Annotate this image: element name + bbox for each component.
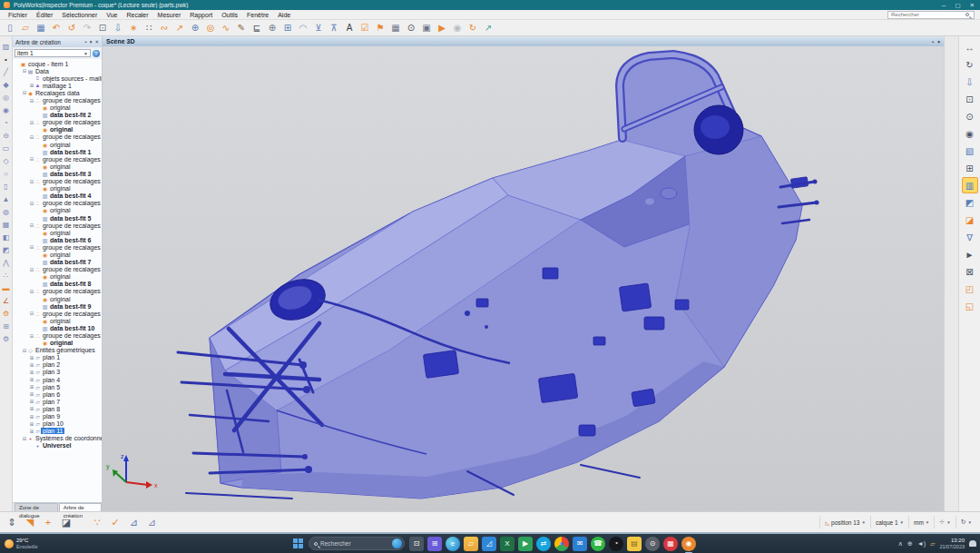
tree-item-label[interactable]: Recalages data	[34, 90, 82, 96]
tree-row[interactable]: ⊞ ▱ plan 7	[13, 398, 102, 405]
panel-close-icon[interactable]: ✕	[94, 39, 99, 44]
circle-tool-icon[interactable]: ◎	[1, 91, 12, 103]
polyworks-metrology-icon[interactable]: ▦	[663, 537, 678, 551]
tree-row[interactable]: ▥ data best-fit 3	[13, 170, 102, 177]
command-search-input[interactable]	[891, 12, 965, 17]
tree-row[interactable]: ⊞ ▱ plan 5	[13, 383, 102, 390]
tree-item-label[interactable]: groupe de recalages 4	[41, 156, 102, 163]
sticky-notes-icon[interactable]: ▤	[627, 537, 642, 551]
vscode-icon[interactable]: ◿	[482, 537, 496, 551]
tree-item-label[interactable]: original	[48, 207, 73, 213]
color-map-remove-icon[interactable]: ◩	[962, 194, 978, 211]
tab-creation-tree[interactable]: Arbre de création	[59, 503, 102, 511]
plane-tool-icon[interactable]: ◆	[1, 78, 12, 90]
tree-row[interactable]: ◉ original	[13, 229, 102, 236]
tree-row[interactable]: ⊟ + Systèmes de coordonnées	[13, 435, 102, 442]
text-label-icon[interactable]: A	[342, 21, 357, 35]
tree-row[interactable]: ⊟ ∴ groupe de recalages 7	[13, 222, 102, 229]
tree-item-label[interactable]: data best-fit 8	[48, 281, 93, 287]
undo-view-icon[interactable]: ↺	[64, 21, 79, 35]
taskbar-search[interactable]: Rechercher	[309, 537, 405, 550]
tree-item-label[interactable]: data best-fit 5	[48, 215, 93, 222]
teamviewer-icon[interactable]: ⇄	[536, 537, 551, 551]
tree-item-label[interactable]: original	[48, 296, 73, 302]
tree-row[interactable]: ⊟ ∴ groupe de recalages 8	[13, 243, 102, 251]
tree-item-label[interactable]: data best-fit 10	[48, 325, 96, 331]
tree-row[interactable]: ▥ data best-fit 6	[13, 236, 102, 243]
store-icon[interactable]: ⊞	[427, 537, 442, 551]
notification-bell-icon[interactable]	[969, 540, 976, 547]
tab-dialog-zone[interactable]: Zone de dialogue	[15, 503, 58, 511]
tree-row[interactable]: ⊞ ▱ plan 11	[13, 428, 102, 435]
gear-box-icon[interactable]: ⊞	[1, 320, 12, 331]
tree-item-label[interactable]: Systèmes de coordonnées	[34, 435, 102, 441]
tree-item-label[interactable]: groupe de recalages 7	[41, 222, 102, 229]
tree-row[interactable]: ⊟ ∴ groupe de recalages 9	[13, 266, 102, 273]
tree-row[interactable]: ▥ data best-fit 7	[13, 259, 102, 266]
translate-view-icon[interactable]: ↔	[962, 39, 978, 55]
angle-tool-icon[interactable]: ∠	[1, 294, 12, 306]
flag-icon[interactable]: ⚑	[373, 21, 387, 35]
item-filter-dropdown[interactable]: item 1 ▼	[15, 49, 91, 57]
menu-item[interactable]: Éditer	[32, 12, 57, 18]
viewport-pin-icon[interactable]: ▪	[932, 39, 934, 44]
tree-item-label[interactable]: data best-fit 7	[48, 259, 93, 265]
redo-icon[interactable]: ↷	[80, 21, 94, 35]
play-icon[interactable]: ▶	[518, 537, 533, 551]
checklist-icon[interactable]: ☑	[358, 21, 372, 35]
update-report-icon[interactable]: ↻	[466, 21, 480, 35]
tree-row[interactable]: ▥ data best-fit 10	[13, 324, 102, 331]
import-icon[interactable]: ⇩	[111, 21, 125, 35]
align-sequence-alt-icon[interactable]: ⊿	[143, 514, 160, 530]
cylinder-tool-icon[interactable]: ▯	[1, 180, 12, 192]
tree-row[interactable]: ⊟ ∴ groupe de recalages 10	[13, 288, 102, 295]
tree-item-label[interactable]: data best-fit 4	[48, 193, 93, 199]
tree-item-label[interactable]: maillage 1	[41, 83, 74, 89]
play-macro-icon[interactable]: ▶	[435, 21, 449, 35]
tree-row[interactable]: ⊟ ▤ Data	[13, 67, 102, 74]
disc-align-icon[interactable]: ◎	[203, 21, 218, 35]
tree-item-label[interactable]: groupe de recalages 6	[41, 200, 102, 206]
tree-item-label[interactable]: original	[48, 142, 73, 148]
polygon-tool-icon[interactable]: ◇	[1, 154, 12, 166]
minimize-button[interactable]: ─	[942, 2, 946, 9]
tree-row[interactable]: ⊞ ▱ plan 1	[13, 354, 102, 361]
menu-item[interactable]: Outils	[217, 12, 242, 18]
press-view-icon[interactable]: ⇩	[962, 74, 978, 90]
rotate-view-icon[interactable]: ↻	[962, 56, 978, 73]
tree-item-label[interactable]: original	[48, 126, 74, 133]
menu-item[interactable]: Fenêtre	[242, 12, 273, 18]
chrome-icon[interactable]: ●	[554, 537, 569, 551]
position-dropdown[interactable]: ◺ position 13 ▼	[819, 516, 870, 528]
tree-row[interactable]: ▥ data best-fit 8	[13, 281, 102, 288]
select-compare-icon[interactable]: ⊑	[250, 21, 264, 35]
speaker-icon[interactable]: ◄)	[917, 540, 926, 547]
tree-item-label[interactable]: data best-fit 1	[48, 149, 93, 155]
new-file-icon[interactable]: ▯	[3, 21, 17, 35]
close-button[interactable]: ✕	[970, 2, 975, 9]
tree-item-label[interactable]: groupe de recalages 8	[41, 244, 102, 251]
tree-row[interactable]: ⊟ ∴ groupe de recalages 1	[13, 96, 102, 104]
tree-item-label[interactable]: plan 11	[41, 428, 64, 434]
slot-tool-icon[interactable]: ⊖	[1, 129, 12, 141]
probe-point-alt-icon[interactable]: ⊼	[327, 21, 341, 35]
table-icon[interactable]: ▦	[388, 21, 403, 35]
menu-item[interactable]: Rapport	[185, 12, 217, 18]
tree-row[interactable]: ◉ original	[13, 340, 102, 347]
best-fit-align-icon[interactable]: ∗	[126, 21, 141, 35]
tree-row[interactable]: ◉ original	[13, 126, 102, 133]
panel-pin-icon[interactable]: ▪	[85, 39, 87, 44]
tree-row[interactable]: ◉ original	[13, 163, 102, 170]
polyworks-icon[interactable]: ◉	[681, 537, 696, 551]
command-search[interactable]	[887, 11, 975, 19]
zoom-icon[interactable]: ⊙	[962, 108, 978, 124]
tree-item-label[interactable]: objets sources - maillage 1	[41, 75, 102, 82]
explorer-icon[interactable]: ▱	[464, 537, 478, 551]
arc-tool-icon[interactable]: ◔	[1, 116, 12, 128]
whatsapp-icon[interactable]: ☎	[591, 537, 605, 551]
tree-item-label[interactable]: groupe de recalages 3	[41, 133, 102, 140]
weather-widget[interactable]: 29°C Ensoleillé	[0, 538, 38, 549]
measured-points-icon[interactable]: ∵	[89, 514, 105, 530]
tree-row[interactable]: ⊟ ∴ groupe de recalages 2	[13, 119, 102, 126]
camera-app-icon[interactable]: ⊙	[645, 537, 660, 551]
